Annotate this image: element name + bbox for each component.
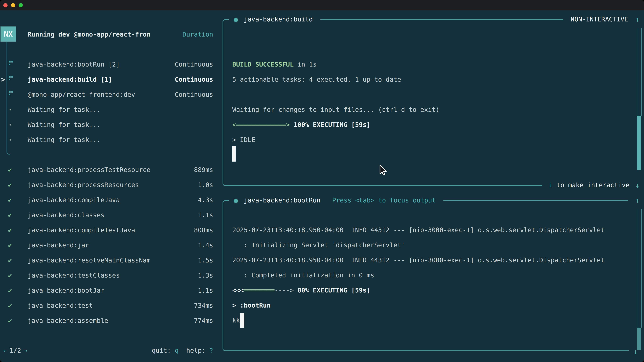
- task-duration: 4.3s: [198, 196, 213, 204]
- build-success-line: BUILD SUCCESSFUL in 1s: [232, 57, 317, 72]
- task-duration: 1.5s: [198, 257, 213, 264]
- checkmark-icon: ✔: [8, 242, 12, 249]
- sidebar-title: Running dev @mono-app/react-fron: [28, 31, 150, 38]
- spinner-icon: [9, 61, 14, 66]
- task-row[interactable]: ✔ java-backend:jar 1.4s: [0, 238, 213, 253]
- progress-status: 80% EXECUTING [59s]: [294, 287, 370, 294]
- scrollbar-track[interactable]: [638, 28, 642, 116]
- spinner-icon: [9, 91, 14, 96]
- scrollbar-thumb[interactable]: [637, 116, 641, 170]
- task-row[interactable]: Waiting for task...: [0, 117, 213, 132]
- task-name: java-backend:jar: [28, 242, 89, 249]
- task-row[interactable]: ✔ java-backend:test 734ms: [0, 298, 213, 313]
- checkmark-icon: ✔: [8, 226, 12, 234]
- log-line: 2025-07-23T13:40:18.950-04:00 INFO 44312…: [232, 222, 604, 238]
- duration-column-header: Duration: [182, 31, 213, 38]
- terminal-cursor: [232, 146, 236, 162]
- task-duration: Continuous: [175, 76, 213, 83]
- build-idle-line: > IDLE: [232, 132, 255, 147]
- task-row[interactable]: ✔ java-backend:classes 1.1s: [0, 207, 213, 223]
- task-row[interactable]: ✔ java-backend:compileTestJava 808ms: [0, 223, 213, 238]
- task-row[interactable]: ✔ java-backend:processTestResource 889ms: [0, 162, 213, 177]
- help-label: help:: [186, 347, 209, 354]
- task-row[interactable]: java-backend:bootRun [2] Continuous: [0, 57, 213, 72]
- quit-label: quit:: [152, 347, 175, 354]
- checkmark-icon: ✔: [8, 272, 12, 279]
- task-name: java-backend:compileTestJava: [28, 226, 135, 234]
- pending-dot-icon: [10, 124, 11, 125]
- selected-task-arrow-icon: >: [1, 75, 5, 84]
- task-name: java-backend:processResources: [28, 181, 139, 189]
- task-row[interactable]: ✔ java-backend:assemble 774ms: [0, 313, 213, 328]
- mouse-cursor-icon: [379, 165, 388, 176]
- task-row[interactable]: Waiting for task...: [0, 132, 213, 147]
- task-duration: 1.0s: [198, 181, 213, 189]
- zoom-button[interactable]: [18, 3, 23, 7]
- task-row[interactable]: ✔ java-backend:compileJava 4.3s: [0, 192, 213, 207]
- task-name: java-backend:bootRun [2]: [28, 61, 120, 68]
- progress-bar: <═════════════>: [232, 121, 290, 128]
- task-row[interactable]: > java-backend:build [1] Continuous: [0, 72, 213, 87]
- progress-status: 100% EXECUTING [59s]: [290, 121, 370, 128]
- task-name: java-backend:bootJar: [28, 287, 104, 294]
- page-next-icon[interactable]: →: [24, 347, 27, 354]
- task-row[interactable]: ✔ java-backend:resolveMainClassNam 1.5s: [0, 253, 213, 268]
- task-duration: 1.1s: [198, 287, 213, 294]
- task-duration: 889ms: [194, 166, 213, 173]
- task-row[interactable]: ✔ java-backend:processResources 1.0s: [0, 177, 213, 192]
- checkmark-icon: ✔: [8, 196, 12, 204]
- terminal-cursor: [240, 313, 244, 328]
- scroll-down-icon[interactable]: ↓: [635, 181, 640, 189]
- task-name: @mono-app/react-frontend:dev: [28, 91, 135, 98]
- task-name: java-backend:classes: [28, 211, 104, 219]
- titlebar: [0, 0, 644, 10]
- log-line: : Initializing Servlet 'dispatcherServle…: [232, 238, 405, 253]
- focus-output-hint: Press <tab> to focus output: [332, 197, 436, 204]
- help-hints: quit: q help: ?: [152, 347, 213, 354]
- task-name: Waiting for task...: [28, 106, 100, 113]
- build-waiting-line: Waiting for changes to input files... (c…: [232, 102, 440, 117]
- task-name: Waiting for task...: [28, 136, 100, 143]
- scroll-up-icon[interactable]: ↑: [635, 196, 640, 205]
- task-name: java-backend:processTestResource: [28, 166, 150, 173]
- task-row[interactable]: @mono-app/react-frontend:dev Continuous: [0, 87, 213, 102]
- close-button[interactable]: [3, 3, 8, 7]
- log-line: 2025-07-23T13:40:18.950-04:00 INFO 44312…: [232, 253, 604, 268]
- task-duration: 1.3s: [198, 272, 213, 279]
- scrollbar-thumb[interactable]: [637, 328, 641, 350]
- progress-bar: ════════: [244, 287, 274, 294]
- task-row[interactable]: ✔ java-backend:testClasses 1.3s: [0, 268, 213, 283]
- header-rule: [443, 200, 628, 201]
- terminal-window: NX Running dev @mono-app/react-fron Dura…: [0, 0, 644, 362]
- build-panel-header: ● java-backend:build NON-INTERACTIVE ↑: [228, 12, 640, 27]
- task-name: java-backend:test: [28, 302, 93, 309]
- task-name: java-backend:build [1]: [28, 76, 112, 83]
- build-progress-line: <═════════════> 100% EXECUTING [59s]: [232, 117, 370, 132]
- spinner-icon: [9, 76, 14, 81]
- task-row[interactable]: ✔ java-backend:bootJar 1.1s: [0, 283, 213, 298]
- help-key: ?: [209, 347, 213, 354]
- checkmark-icon: ✔: [8, 166, 12, 173]
- task-row[interactable]: Waiting for task...: [0, 102, 213, 117]
- page-indicator: 1/2: [10, 347, 21, 354]
- make-interactive-hint: i to make interactive ↓: [549, 177, 640, 193]
- pending-dot-icon: [10, 139, 11, 141]
- header-rule: [320, 19, 563, 19]
- non-interactive-badge: NON-INTERACTIVE: [570, 15, 628, 23]
- checkmark-icon: ✔: [8, 317, 12, 324]
- running-task-list: java-backend:bootRun [2] Continuous > ja…: [0, 57, 213, 147]
- minimize-button[interactable]: [11, 3, 15, 7]
- task-duration: Continuous: [175, 91, 213, 98]
- task-duration: 1.1s: [198, 211, 213, 219]
- task-name: java-backend:assemble: [28, 317, 108, 324]
- checkmark-icon: ✔: [8, 181, 12, 189]
- bootrun-input-line[interactable]: kk: [232, 313, 240, 328]
- scroll-up-icon[interactable]: ↑: [635, 15, 640, 24]
- task-bullet-icon: ●: [228, 15, 238, 23]
- scrollbar-track[interactable]: [638, 209, 642, 328]
- build-summary-line: 5 actionable tasks: 4 executed, 1 up-to-…: [232, 72, 401, 87]
- checkmark-icon: ✔: [8, 257, 12, 264]
- page-prev-icon[interactable]: ←: [3, 347, 7, 354]
- task-bullet-icon: ●: [228, 196, 238, 204]
- task-name: java-backend:testClasses: [28, 272, 120, 279]
